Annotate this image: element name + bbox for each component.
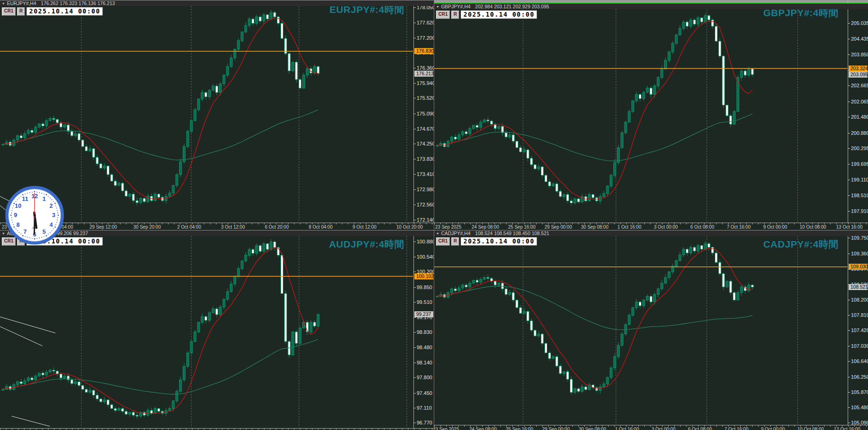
- time-label: 9 Oct 12:00: [353, 224, 377, 230]
- cr1-button[interactable]: CR1: [436, 11, 450, 19]
- time-label: 6 Oct 08:00: [690, 224, 714, 230]
- chart-panel-gbpjpy: ▼GBPJPY#,H4202.984 203.121 202.929 203.0…: [434, 0, 868, 230]
- r-button[interactable]: R: [451, 237, 459, 246]
- time-label: 29 Sep 00:00: [542, 427, 570, 430]
- chart-plot-area[interactable]: [434, 9, 847, 222]
- price-tick: 200.295: [848, 145, 868, 151]
- price-tick: 105.870: [848, 389, 868, 395]
- orange-line-price-badge: 176.830: [414, 48, 433, 54]
- time-label: 8 Oct 04:00: [309, 224, 333, 230]
- price-tick: 172.560: [414, 202, 434, 208]
- price-tick: 199.695: [848, 161, 868, 167]
- r-button[interactable]: R: [17, 7, 25, 16]
- chevron-down-icon[interactable]: ▼: [436, 5, 439, 8]
- price-axis[interactable]: 100.880100.540100.20099.85099.51099.1709…: [413, 230, 434, 428]
- time-label: 3 Oct 12:00: [221, 224, 245, 230]
- orange-line-price-badge: 109.030: [849, 264, 868, 270]
- chart-plot-area[interactable]: [434, 236, 847, 424]
- price-tick: 175.940: [414, 80, 434, 86]
- time-label: 13 Oct 16:00: [834, 427, 860, 430]
- r-button[interactable]: R: [451, 11, 459, 19]
- slow-ma-line: [437, 286, 753, 330]
- svg-text:5: 5: [42, 228, 46, 235]
- current-price-badge: 108.521: [849, 284, 868, 290]
- svg-text:1: 1: [42, 195, 46, 202]
- price-tick: 99.850: [414, 285, 432, 291]
- cr1-button[interactable]: CR1: [436, 237, 450, 246]
- chevron-down-icon[interactable]: ▼: [2, 232, 5, 235]
- price-tick: 200.880: [848, 130, 868, 136]
- price-tick: 203.850: [848, 52, 868, 58]
- ohlc-values: 108.524 108.549 108.450 108.521: [475, 230, 550, 236]
- price-tick: 98.830: [414, 329, 432, 335]
- cr1-button[interactable]: CR1: [2, 7, 16, 16]
- time-label: 10 Oct 20:00: [396, 224, 423, 230]
- grid-separators: [523, 9, 797, 222]
- price-axis[interactable]: 178.050177.620177.200176.780176.360175.9…: [413, 0, 434, 223]
- svg-text:8: 8: [17, 221, 20, 228]
- chart-titlebar[interactable]: ▼EURJPY#,H4176.262 176.323 176.136 176.2…: [0, 0, 434, 6]
- time-label: 10 Oct 08:00: [800, 224, 826, 230]
- time-label: 13 Oct 16:00: [836, 224, 862, 230]
- time-label: 7 Oct 16:00: [724, 427, 748, 430]
- price-tick: 98.480: [414, 345, 432, 351]
- price-tick: 174.670: [414, 126, 434, 132]
- grid-separators: [523, 236, 797, 424]
- time-label: 3 Oct 00:00: [654, 224, 678, 230]
- time-label: 25 Sep 16:00: [508, 224, 536, 230]
- price-tick: 97.450: [414, 390, 432, 396]
- time-label: 2 Oct 04:00: [177, 224, 201, 230]
- time-label: 7 Oct 16:00: [727, 224, 751, 230]
- price-tick: 105.090: [848, 420, 868, 426]
- chart-plot-area[interactable]: [0, 236, 413, 428]
- chevron-down-icon[interactable]: ▼: [436, 232, 439, 235]
- fast-ma-line: [3, 18, 318, 199]
- price-axis[interactable]: 109.750109.360108.970108.580108.200107.8…: [848, 230, 868, 425]
- chart-titlebar[interactable]: ▼CADJPY#,H4108.524 108.549 108.450 108.5…: [434, 230, 868, 236]
- ohlc-values: 202.984 203.121 202.929 203.095: [475, 4, 550, 9]
- price-tick: 108.200: [848, 297, 868, 303]
- price-tick: 205.035: [848, 20, 868, 26]
- time-axis[interactable]: 23 Sep 202526 Sep 04:0029 Sep 12:0030 Se…: [0, 223, 434, 230]
- trend-line[interactable]: [12, 416, 50, 426]
- fast-ma-line: [437, 21, 753, 199]
- grid-separators: [81, 6, 407, 222]
- svg-text:7: 7: [24, 228, 27, 235]
- price-tick: 97.110: [414, 405, 432, 411]
- chevron-down-icon[interactable]: ▼: [2, 2, 5, 5]
- price-tick: 96.770: [414, 420, 432, 426]
- symbol-period-label: CADJPY#,H4: [441, 230, 471, 236]
- svg-text:9: 9: [14, 212, 17, 218]
- time-axis[interactable]: 23 Sep 202524 Sep 08:0025 Sep 16:0029 Se…: [434, 223, 868, 230]
- price-tick: 107.030: [848, 343, 868, 349]
- time-label: 1 Oct 16:00: [615, 427, 639, 430]
- orange-line-price-badge: 203.324: [849, 66, 868, 72]
- price-tick: 173.410: [414, 171, 434, 177]
- chart-panel-cadjpy: ▼CADJPY#,H4108.524 108.549 108.450 108.5…: [434, 230, 868, 430]
- trend-line[interactable]: [0, 327, 42, 346]
- chart-titlebar[interactable]: ▼GBPJPY#,H4202.984 203.121 202.929 203.0…: [434, 4, 868, 9]
- date-display[interactable]: 2025.10.14 00:00: [461, 237, 537, 246]
- chart-titlebar[interactable]: ▼AUDJPY#,H499.346 99.206 99.237: [0, 230, 434, 236]
- price-axis[interactable]: 205.635205.035204.435203.850203.260202.6…: [848, 0, 868, 223]
- price-tick: 109.750: [848, 235, 868, 241]
- time-axis[interactable]: [0, 428, 434, 430]
- svg-text:10: 10: [15, 202, 21, 209]
- analog-clock-indicator: 121234567891011AM: [5, 186, 64, 245]
- price-tick: 97.800: [414, 375, 432, 381]
- price-tick: 202.065: [848, 99, 868, 105]
- candlesticks: [436, 13, 754, 206]
- price-tick: 172.980: [414, 187, 434, 193]
- price-tick: 100.540: [414, 254, 434, 260]
- price-tick: 204.435: [848, 36, 868, 42]
- time-label: 29 Sep 00:00: [545, 224, 572, 230]
- price-tick: 107.420: [848, 327, 868, 333]
- time-label: 9 Oct 00:00: [761, 427, 785, 430]
- time-label: 29 Sep 12:00: [90, 224, 117, 230]
- chart-panel-eurjpy: ▼EURJPY#,H4176.262 176.323 176.136 176.2…: [0, 0, 434, 230]
- time-label: 9 Oct 00:00: [763, 224, 787, 230]
- date-display[interactable]: 2025.10.14 00:00: [461, 10, 537, 19]
- slow-ma-line: [3, 339, 318, 394]
- time-axis[interactable]: 23 Sep 202524 Sep 08:0025 Sep 16:0029 Se…: [434, 425, 868, 430]
- date-display[interactable]: 2025.10.14 00:00: [26, 7, 103, 16]
